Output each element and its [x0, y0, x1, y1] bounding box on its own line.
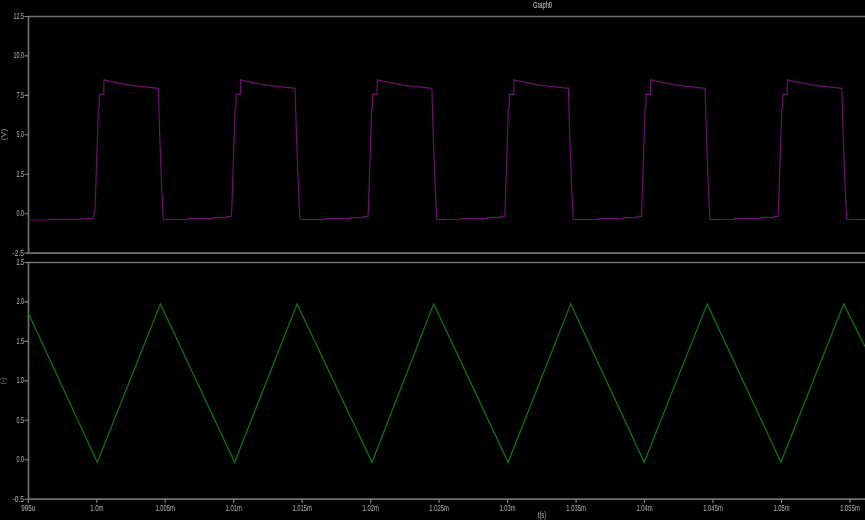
svg-text:2.5: 2.5 [16, 257, 24, 267]
svg-text:0.0: 0.0 [16, 454, 24, 464]
svg-text:1.04m: 1.04m [637, 503, 653, 513]
svg-text:Graph0: Graph0 [533, 0, 552, 10]
svg-text:0.0: 0.0 [16, 208, 24, 218]
svg-text:1.0m: 1.0m [90, 503, 103, 513]
svg-text:(-): (-) [0, 377, 7, 384]
svg-text:(V): (V) [0, 128, 8, 141]
svg-text:7.5: 7.5 [16, 90, 24, 100]
svg-text:1.055m: 1.055m [840, 503, 860, 513]
svg-text:1.025m: 1.025m [429, 503, 449, 513]
svg-text:1.005m: 1.005m [155, 503, 175, 513]
svg-text:0.5: 0.5 [16, 415, 24, 425]
svg-text:1.03m: 1.03m [500, 503, 516, 513]
svg-text:2.5: 2.5 [16, 169, 24, 179]
svg-text:12.5: 12.5 [14, 11, 25, 21]
svg-text:1.01m: 1.01m [226, 503, 242, 513]
svg-text:1.045m: 1.045m [703, 503, 723, 513]
svg-text:10.0: 10.0 [14, 50, 25, 60]
svg-text:2.0: 2.0 [16, 296, 24, 306]
svg-text:1.015m: 1.015m [292, 503, 312, 513]
svg-text:t(s): t(s) [538, 510, 547, 520]
svg-text:1.02m: 1.02m [363, 503, 379, 513]
svg-text:1.05m: 1.05m [773, 503, 789, 513]
svg-text:1.035m: 1.035m [566, 503, 586, 513]
svg-text:1.0: 1.0 [16, 375, 24, 385]
svg-text:995u: 995u [21, 503, 35, 513]
svg-text:5.0: 5.0 [16, 129, 24, 139]
svg-text:-0.5: -0.5 [13, 494, 25, 504]
svg-text:1.5: 1.5 [16, 336, 24, 346]
